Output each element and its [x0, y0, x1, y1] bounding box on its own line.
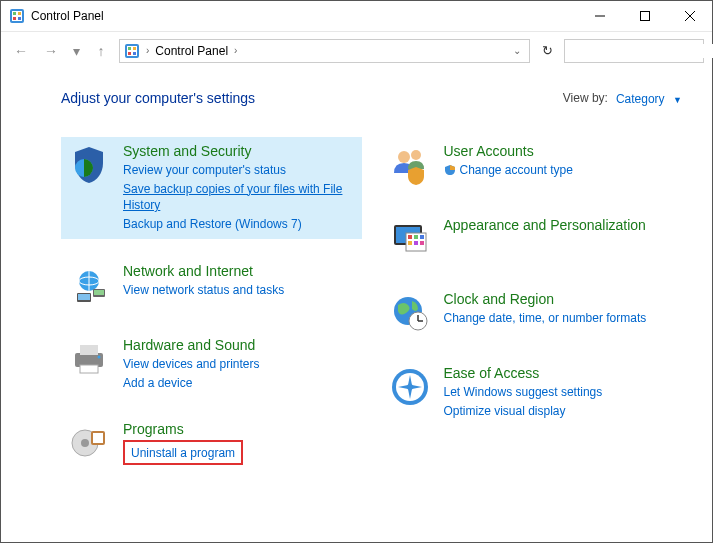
sublink[interactable]: Save backup copies of your files with Fi… [123, 181, 356, 215]
sublink[interactable]: View devices and printers [123, 356, 260, 373]
address-dropdown-icon[interactable]: ⌄ [509, 45, 525, 56]
category-clock-region[interactable]: Clock and Region Change date, time, or n… [382, 285, 683, 341]
svg-rect-31 [93, 433, 103, 443]
programs-icon [67, 421, 111, 465]
sublink[interactable]: Add a device [123, 375, 260, 392]
history-dropdown[interactable]: ▾ [69, 39, 83, 63]
category-title[interactable]: Appearance and Personalization [444, 217, 646, 234]
sublink[interactable]: Change date, time, or number formats [444, 310, 647, 327]
window-buttons [577, 1, 712, 31]
category-title[interactable]: Ease of Access [444, 365, 603, 382]
viewby-value: Category [616, 92, 665, 106]
category-title[interactable]: Clock and Region [444, 291, 647, 308]
svg-rect-42 [420, 241, 424, 245]
category-programs[interactable]: Programs Uninstall a program [61, 415, 362, 471]
svg-rect-4 [13, 17, 16, 20]
category-title[interactable]: Hardware and Sound [123, 337, 260, 354]
users-icon [388, 143, 432, 187]
category-title[interactable]: System and Security [123, 143, 356, 160]
svg-rect-39 [420, 235, 424, 239]
svg-point-33 [411, 150, 421, 160]
minimize-button[interactable] [577, 1, 622, 31]
svg-rect-12 [128, 47, 131, 50]
svg-rect-38 [414, 235, 418, 239]
ease-of-access-icon [388, 365, 432, 409]
category-appearance[interactable]: Appearance and Personalization [382, 211, 683, 267]
sublink-uninstall[interactable]: Uninstall a program [131, 446, 235, 460]
svg-rect-5 [18, 17, 21, 20]
forward-button[interactable]: → [39, 39, 63, 63]
svg-rect-40 [408, 241, 412, 245]
printer-icon [67, 337, 111, 381]
breadcrumb[interactable]: Control Panel [155, 44, 228, 58]
svg-rect-2 [13, 12, 16, 15]
viewby-label: View by: [563, 91, 608, 105]
up-button[interactable]: ↑ [89, 39, 113, 63]
category-user-accounts[interactable]: User Accounts Change account type [382, 137, 683, 193]
content: Adjust your computer's settings View by:… [1, 69, 712, 542]
svg-point-32 [398, 151, 410, 163]
sublink[interactable]: Change account type [460, 162, 573, 179]
top-row: Adjust your computer's settings View by:… [61, 89, 682, 107]
chevron-right-icon: › [146, 45, 149, 56]
navbar: ← → ▾ ↑ › Control Panel › ⌄ ↻ 🔍 [1, 31, 712, 69]
address-bar[interactable]: › Control Panel › ⌄ [119, 39, 530, 63]
window: Control Panel ← → ▾ ↑ › Control Panel › … [0, 0, 713, 543]
svg-rect-7 [640, 12, 649, 21]
svg-rect-37 [408, 235, 412, 239]
svg-rect-41 [414, 241, 418, 245]
search-input[interactable] [571, 44, 713, 58]
svg-rect-13 [133, 47, 136, 50]
categories: System and Security Review your computer… [61, 137, 682, 471]
category-system-security[interactable]: System and Security Review your computer… [61, 137, 362, 239]
shield-icon [67, 143, 111, 187]
titlebar: Control Panel [1, 1, 712, 31]
control-panel-icon [124, 43, 140, 59]
globe-clock-icon [388, 291, 432, 335]
refresh-button[interactable]: ↻ [536, 40, 558, 62]
highlight-box: Uninstall a program [123, 440, 243, 465]
sublink[interactable]: View network status and tasks [123, 282, 284, 299]
right-column: User Accounts Change account type Appear… [382, 137, 683, 471]
category-network-internet[interactable]: Network and Internet View network status… [61, 257, 362, 313]
appearance-icon [388, 217, 432, 261]
svg-rect-23 [94, 290, 104, 295]
caret-down-icon: ▼ [673, 95, 682, 105]
svg-point-49 [407, 384, 413, 390]
svg-rect-26 [80, 365, 98, 373]
network-icon [67, 263, 111, 307]
maximize-button[interactable] [622, 1, 667, 31]
category-title[interactable]: Network and Internet [123, 263, 284, 280]
svg-rect-14 [128, 52, 131, 55]
category-title[interactable]: User Accounts [444, 143, 573, 160]
left-column: System and Security Review your computer… [61, 137, 362, 471]
back-button[interactable]: ← [9, 39, 33, 63]
close-button[interactable] [667, 1, 712, 31]
category-hardware-sound[interactable]: Hardware and Sound View devices and prin… [61, 331, 362, 397]
svg-rect-15 [133, 52, 136, 55]
search-box[interactable]: 🔍 [564, 39, 704, 63]
category-title[interactable]: Programs [123, 421, 243, 438]
control-panel-icon [9, 8, 25, 24]
svg-rect-3 [18, 12, 21, 15]
page-heading: Adjust your computer's settings [61, 90, 563, 106]
category-ease-of-access[interactable]: Ease of Access Let Windows suggest setti… [382, 359, 683, 425]
svg-rect-25 [80, 345, 98, 355]
sublink[interactable]: Let Windows suggest settings [444, 384, 603, 401]
viewby-dropdown[interactable]: Category ▼ [616, 89, 682, 107]
svg-rect-21 [78, 294, 90, 300]
chevron-right-icon: › [234, 45, 237, 56]
sublink[interactable]: Review your computer's status [123, 162, 356, 179]
sublink[interactable]: Optimize visual display [444, 403, 603, 420]
window-title: Control Panel [31, 9, 577, 23]
svg-point-27 [98, 355, 101, 358]
sublink[interactable]: Backup and Restore (Windows 7) [123, 216, 356, 233]
uac-shield-icon [444, 162, 456, 180]
svg-point-29 [81, 439, 89, 447]
